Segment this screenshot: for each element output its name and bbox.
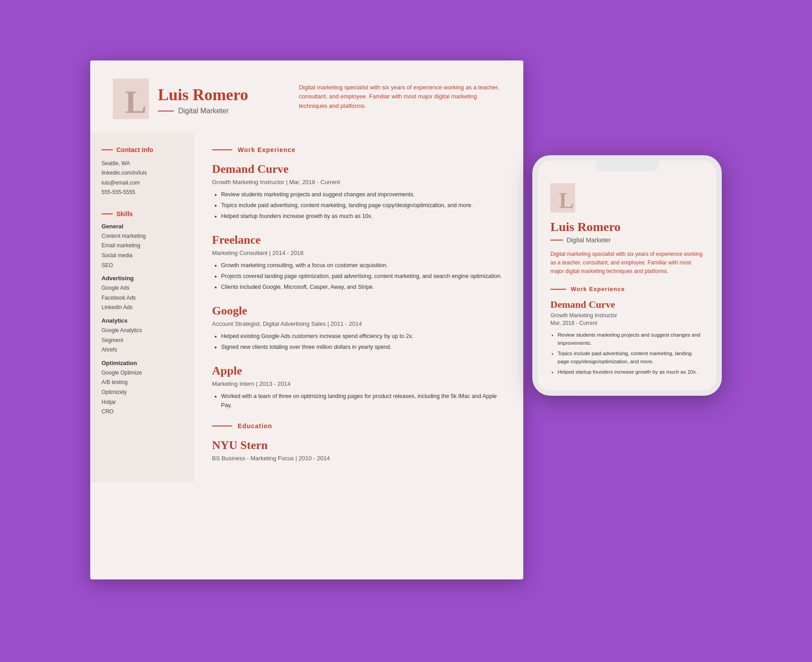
skill-ahrefs: Ahrefs [102,345,183,355]
skills-advertising-title: Advertising [102,275,183,282]
resume-body: Contact Info Seattle, WA linkedin.com/in… [90,133,523,482]
initial-block: L [113,79,149,119]
mobile-summary: Digital marketing specialist with six ye… [550,250,704,276]
mobile-initial-block: L [550,183,575,213]
bullet: Clients included Google, Microsoft, Casp… [221,282,505,292]
scene: L Luis Romero Digital Marketer Digital m… [90,38,722,625]
job-demand-curve-company: Demand Curve [212,162,505,176]
job-apple-bullets: Worked with a team of three on optimizin… [212,392,505,410]
contact-phone: 555-555-5555 [102,188,183,198]
skill-google-ads: Google Ads [102,283,183,293]
resume-desktop: L Luis Romero Digital Marketer Digital m… [90,60,523,579]
header-title-dash [158,111,174,111]
mobile-title: Digital Marketer [567,236,611,244]
skills-section: Skills General Content marketing Email m… [102,210,183,417]
bullet: Topics include paid advertising, content… [221,201,505,210]
resume-header: L Luis Romero Digital Marketer Digital m… [90,60,523,133]
mobile-title-row: Digital Marketer [550,236,704,244]
skills-optimization-title: Optimization [102,360,183,366]
contact-email: luis@email.com [102,178,183,188]
job-google-bullets: Helped existing Google Ads customers inc… [212,332,505,352]
mobile-work-title: Work Experience [571,286,625,292]
skill-ab-testing: A/B testing [102,378,183,388]
bullet: Review students marketing projects and s… [221,190,505,199]
skill-google-optimize: Google Optimize [102,368,183,378]
header-left: L Luis Romero Digital Marketer [113,79,281,119]
contact-section: Contact Info Seattle, WA linkedin.com/in… [102,146,183,198]
mobile-job-role: Growth Marketing Instructor [550,312,704,319]
mobile-bullet: Review students marketing projects and s… [558,331,704,347]
header-summary: Digital marketing specialist with six ye… [299,79,501,111]
education-header: Education [212,422,505,430]
mobile-work-dash [550,289,566,290]
header-title-line: Digital Marketer [158,107,248,115]
contact-city: Seattle, WA [102,159,183,169]
mobile-initial-letter: L [559,189,574,212]
job-google-role: Account Strategist, Digital Advertising … [212,320,505,327]
job-apple-role: Marketing Intern | 2013 - 2014 [212,380,505,387]
edu-nyu-degree: BS Business - Marketing Focus | 2010 - 2… [212,455,505,462]
job-apple-company: Apple [212,364,505,378]
mobile-bullets: Review students marketing projects and s… [550,331,704,376]
education-title: Education [238,422,272,430]
skills-title-row: Skills [102,210,183,218]
header-title: Digital Marketer [178,107,229,115]
sidebar: Contact Info Seattle, WA linkedin.com/in… [90,133,194,482]
job-demand-curve-role: Growth Marketing Instructor | Mar, 2018 … [212,179,505,185]
job-google-company: Google [212,304,505,318]
contact-title-row: Contact Info [102,146,183,153]
skills-general-title: General [102,223,183,230]
job-demand-curve: Demand Curve Growth Marketing Instructor… [212,162,505,221]
skill-linkedin-ads: LinkedIn Ads [102,303,183,313]
main-content: Work Experience Demand Curve Growth Mark… [194,133,523,482]
skills-analytics-title: Analytics [102,317,183,324]
contact-linkedin: linkedin.com/in/luis [102,168,183,178]
mobile-bullet: Helped startup founders increase growth … [558,368,704,376]
job-freelance-role: Marketing Consultant | 2014 - 2018 [212,250,505,256]
header-name-block: Luis Romero Digital Marketer [158,79,248,115]
job-google: Google Account Strategist, Digital Adver… [212,304,505,352]
work-experience-title: Work Experience [238,146,295,153]
mobile-job-dates: Mar, 2018 - Current [550,320,704,326]
initial-letter: L [125,86,147,118]
skill-segment: Segment [102,336,183,346]
skill-google-analytics: Google Analytics [102,326,183,336]
bullet: Helped existing Google Ads customers inc… [221,332,505,341]
job-freelance-company: Freelance [212,233,505,247]
skill-optimizely: Optimizely [102,388,183,398]
resume-mobile: L Luis Romero Digital Marketer Digital m… [532,155,722,396]
skill-social-media: Social media [102,251,183,261]
bullet: Worked with a team of three on optimizin… [221,392,505,410]
work-experience-header: Work Experience [212,146,505,153]
skill-content-marketing: Content marketing [102,231,183,241]
mobile-bullet: Topics include paid advertising, content… [558,349,704,366]
contact-title: Contact Info [116,146,153,153]
skill-seo: SEO [102,261,183,271]
mobile-name: Luis Romero [550,220,704,234]
skill-cro: CRO [102,407,183,417]
job-apple: Apple Marketing Intern | 2013 - 2014 Wor… [212,364,505,410]
edu-nyu-name: NYU Stern [212,439,505,452]
skills-title: Skills [116,210,133,218]
job-demand-curve-bullets: Review students marketing projects and s… [212,190,505,221]
edu-nyu: NYU Stern BS Business - Marketing Focus … [212,439,505,462]
mobile-job-company: Demand Curve [550,299,704,310]
bullet: Helped startup founders increase growth … [221,212,505,221]
mobile-inner: L Luis Romero Digital Marketer Digital m… [538,161,716,391]
bullet: Projects covered landing page optimizati… [221,272,505,281]
header-name: Luis Romero [158,85,248,104]
bullet: Signed new clients totaling over three m… [221,343,505,352]
education-dash [212,426,232,426]
skills-dash [102,213,113,214]
contact-dash [102,149,113,150]
skill-facebook-ads: Facebook Ads [102,293,183,303]
skill-hotjar: Hotjar [102,398,183,407]
skill-email-marketing: Email marketing [102,241,183,251]
job-freelance-bullets: Growth marketing consulting, with a focu… [212,261,505,292]
bullet: Growth marketing consulting, with a focu… [221,261,505,270]
mobile-title-dash [550,240,563,241]
mobile-notch [595,161,659,171]
job-freelance: Freelance Marketing Consultant | 2014 - … [212,233,505,292]
work-experience-dash [212,149,232,150]
mobile-work-header: Work Experience [550,286,704,292]
